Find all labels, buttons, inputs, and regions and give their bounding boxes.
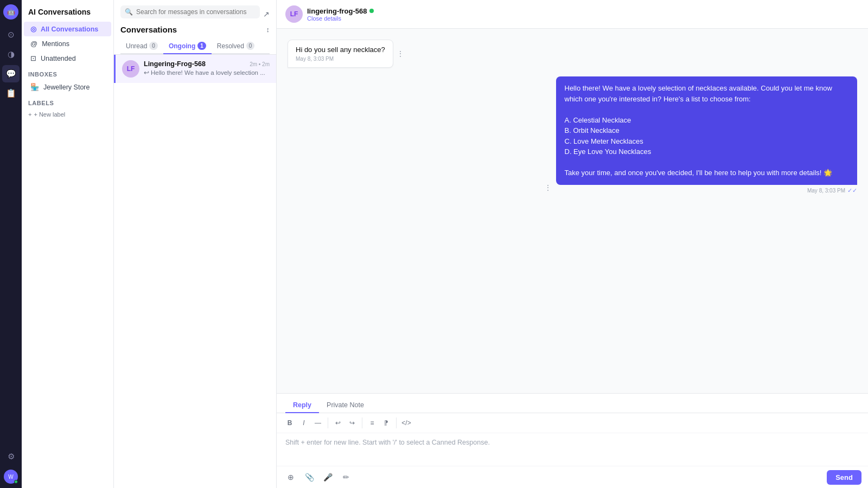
tab-unread[interactable]: Unread 0 [120,38,163,54]
outgoing-line-d: D. Eye Love You Necklaces [565,146,849,157]
message-more-icon[interactable]: ⋮ [397,49,404,58]
sidebar: AI Conversations ◎ All Conversations @ M… [22,0,114,488]
conversation-avatar: LF [122,60,139,78]
toolbar-ordered-list[interactable]: ⁋ [380,416,393,429]
new-label-button[interactable]: + + New label [22,108,113,120]
conversations-header: 🔍 ↗ Conversations ↕ Unread 0 Ongoing 1 R… [114,0,276,55]
conversations-title: Conversations [120,25,177,34]
labels-label: Labels [22,94,113,108]
toolbar-undo[interactable]: ↩ [331,416,344,429]
audio-button[interactable]: 🎤 [320,470,335,485]
nav-tasks[interactable]: 📋 [2,85,20,102]
resolved-badge: 0 [246,42,255,50]
toolbar-strikethrough[interactable]: — [311,416,324,429]
nav-home[interactable]: ⊙ [2,26,20,43]
contact-online-indicator [369,9,374,13]
sort-icon[interactable]: ↕ [266,25,270,34]
toolbar-separator-2 [362,418,362,428]
conversation-item[interactable]: LF Lingering-Frog-568 2m • 2m ↩ Hello th… [114,55,276,83]
sidebar-title: AI Conversations [22,5,113,22]
incoming-time: May 8, 3:03 PM [296,56,385,62]
send-button[interactable]: Send [827,470,861,485]
reply-actions: ⊕ 📎 🎤 ✏ Send [277,466,868,488]
online-indicator [14,480,18,484]
outgoing-closing: Take your time, and once you've decided,… [565,168,849,178]
sidebar-item-jewellery-store[interactable]: 🏪 Jewellery Store [24,80,111,94]
toolbar-separator-3 [396,418,397,428]
expand-icon[interactable]: ↗ [263,10,270,18]
close-details-link[interactable]: Close details [307,15,859,22]
double-check-icon: ✓✓ [847,187,857,194]
conversation-name: Lingering-Frog-568 [144,60,206,68]
reply-area: Reply Private Note B I — ↩ ↪ ≡ ⁋ </> Shi… [277,393,868,488]
conversation-list: LF Lingering-Frog-568 2m • 2m ↩ Hello th… [114,55,276,488]
signature-button[interactable]: ✏ [339,470,354,485]
conversation-info: Lingering-Frog-568 2m • 2m ↩ Hello there… [144,60,270,76]
tab-ongoing[interactable]: Ongoing 1 [163,38,212,54]
outgoing-bubble: Hello there! We have a lovely selection … [556,76,858,185]
chat-contact-name: lingering-frog-568 [307,7,859,15]
toolbar-separator-1 [328,418,328,428]
search-icon: 🔍 [125,8,133,16]
reply-tab-private-note[interactable]: Private Note [319,398,372,413]
unread-badge: 0 [149,42,158,50]
tab-resolved[interactable]: Resolved 0 [212,38,260,54]
chat-header: LF lingering-frog-568 Close details [277,0,868,29]
app-logo[interactable]: 🤖 [3,4,18,20]
sidebar-item-unattended[interactable]: ⊡ Unattended [24,51,111,66]
conversation-name-row: Lingering-Frog-568 2m • 2m [144,60,270,68]
toolbar-bold[interactable]: B [283,416,296,429]
chat-header-info: lingering-frog-568 Close details [307,7,859,22]
mentions-icon: @ [30,40,37,48]
attachment-button[interactable]: 📎 [302,470,317,485]
reply-input[interactable]: Shift + enter for new line. Start with '… [277,433,868,466]
conversations-title-row: Conversations ↕ [120,23,270,38]
conversation-time: 2m • 2m [250,61,270,67]
chat-contact-avatar: LF [285,5,303,23]
ongoing-badge: 1 [197,42,206,50]
message-incoming: Hi do you sell any necklace? May 8, 3:03… [288,40,393,68]
toolbar-redo[interactable]: ↪ [346,416,359,429]
sidebar-item-all-conversations[interactable]: ◎ All Conversations [24,22,111,36]
nav-activity[interactable]: ◑ [2,46,20,63]
icon-bar: 🤖 ⊙ ◑ 💬 📋 ⚙ W [0,0,22,488]
sidebar-item-mentions[interactable]: @ Mentions [24,36,111,51]
outgoing-line-a: A. Celestial Necklace [565,115,849,126]
user-avatar[interactable]: W [4,470,18,484]
nav-settings[interactable]: ⚙ [2,448,20,465]
search-input[interactable] [136,8,256,16]
unattended-icon: ⊡ [30,54,36,62]
outgoing-more-icon[interactable]: ⋮ [544,183,552,192]
reply-tab-reply[interactable]: Reply [285,398,319,413]
message-outgoing: Hello there! We have a lovely selection … [556,76,858,194]
incoming-bubble: Hi do you sell any necklace? May 8, 3:03… [288,40,393,68]
messages-area: Hi do you sell any necklace? May 8, 3:03… [277,29,868,393]
message-outgoing-wrapper: ⋮ Hello there! We have a lovely selectio… [544,76,858,194]
toolbar-list[interactable]: ≡ [366,416,379,429]
outgoing-meta: May 8, 3:03 PM ✓✓ [556,187,858,194]
nav-conversations[interactable]: 💬 [2,65,20,82]
jewellery-store-icon: 🏪 [30,83,39,91]
all-conversations-icon: ◎ [30,25,36,33]
outgoing-line-c: C. Love Meter Necklaces [565,136,849,147]
conversation-tabs: Unread 0 Ongoing 1 Resolved 0 [120,38,270,54]
conversations-panel: 🔍 ↗ Conversations ↕ Unread 0 Ongoing 1 R… [114,0,277,488]
emoji-button[interactable]: ⊕ [283,470,298,485]
reply-tabs: Reply Private Note [277,394,868,413]
toolbar-italic[interactable]: I [297,416,310,429]
outgoing-line-1: Hello there! We have a lovely selection … [565,83,849,104]
toolbar-code[interactable]: </> [400,416,413,429]
plus-icon: + [28,111,31,118]
chat-main: LF lingering-frog-568 Close details Hi d… [277,0,868,488]
inboxes-label: Inboxes [22,66,113,80]
conversation-preview: ↩ Hello there! We have a lovely selectio… [144,69,270,76]
reply-toolbar: B I — ↩ ↪ ≡ ⁋ </> [277,413,868,433]
outgoing-line-b: B. Orbit Necklace [565,125,849,136]
search-bar[interactable]: 🔍 [120,5,260,18]
